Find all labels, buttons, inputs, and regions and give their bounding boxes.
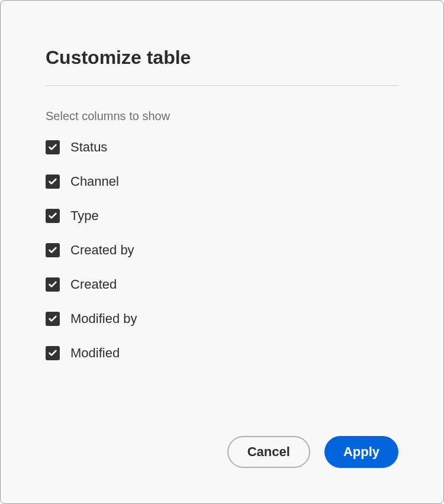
checkbox-label: Modified by [70,311,137,327]
checkbox-row-created[interactable]: Created [46,277,398,292]
checkmark-icon [48,211,57,221]
cancel-button[interactable]: Cancel [227,436,310,468]
customize-table-dialog: Customize table Select columns to show S… [0,0,444,504]
column-checkbox-list: Status Channel Type Created by Created [46,140,398,361]
dialog-title: Customize table [46,47,398,69]
checkbox-modified-by[interactable] [46,312,60,326]
dialog-button-row: Cancel Apply [46,412,398,468]
checkmark-icon [48,245,57,255]
checkbox-row-channel[interactable]: Channel [46,174,398,189]
checkmark-icon [48,143,57,152]
checkbox-row-modified[interactable]: Modified [46,345,398,361]
checkbox-created[interactable] [46,277,60,292]
checkmark-icon [48,177,57,186]
checkbox-label: Created [70,277,117,292]
checkbox-type[interactable] [46,209,60,223]
checkbox-label: Created by [70,243,134,258]
dialog-subtitle: Select columns to show [46,109,398,123]
checkbox-row-modified-by[interactable]: Modified by [46,311,398,327]
checkbox-status[interactable] [46,140,60,154]
checkbox-label: Modified [70,345,120,361]
divider [46,85,398,86]
checkmark-icon [48,314,57,324]
checkbox-modified[interactable] [46,346,60,360]
checkbox-row-created-by[interactable]: Created by [46,243,398,258]
checkbox-created-by[interactable] [46,243,60,257]
apply-button[interactable]: Apply [324,436,398,468]
checkbox-row-type[interactable]: Type [46,208,398,224]
checkbox-channel[interactable] [46,175,60,189]
checkmark-icon [48,280,57,289]
checkbox-label: Channel [70,174,119,189]
checkbox-label: Type [70,208,99,224]
checkbox-row-status[interactable]: Status [46,140,398,155]
checkmark-icon [48,348,57,358]
checkbox-label: Status [70,140,107,155]
